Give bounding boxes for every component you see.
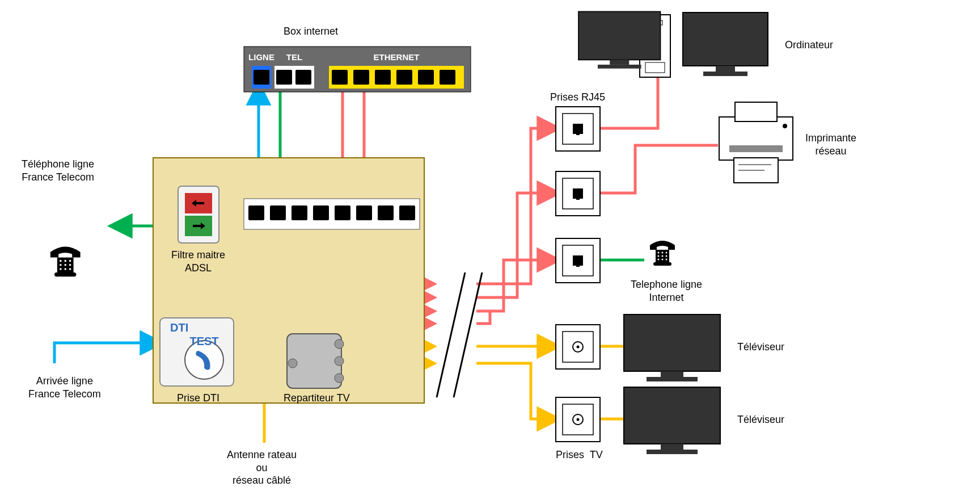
tv-plates <box>556 325 600 442</box>
label-prises-tv: Prises TV <box>556 448 603 462</box>
box-label-tel: TEL <box>286 52 302 62</box>
distribution-panel: DTI TEST <box>153 158 424 403</box>
label-prise-dti: Prise DTI <box>177 392 219 405</box>
repartiteur-tv <box>287 334 344 388</box>
box-label-eth: ETHERNET <box>374 52 420 62</box>
prise-dti: DTI TEST <box>160 318 234 386</box>
svg-rect-51 <box>729 145 783 152</box>
svg-point-34 <box>335 339 344 349</box>
diagram: LIGNE TEL ETHERNET DTI TEST <box>0 0 980 495</box>
svg-point-35 <box>335 356 344 366</box>
label-tv2: Téléviseur <box>737 413 784 426</box>
tv2-icon <box>624 387 720 454</box>
label-filtre: Filtre maitre ADSL <box>171 249 225 274</box>
svg-rect-50 <box>735 102 777 121</box>
svg-point-37 <box>288 359 297 368</box>
label-imprimante: Imprimante réseau <box>805 132 856 157</box>
svg-point-36 <box>335 374 344 383</box>
dti-label: DTI <box>170 321 188 334</box>
svg-line-20 <box>437 272 465 397</box>
svg-point-55 <box>783 124 787 128</box>
label-prises-rj45: Prises RJ45 <box>550 91 605 104</box>
printer-icon <box>719 102 793 183</box>
computer-icon <box>578 11 670 77</box>
svg-point-41 <box>577 418 580 421</box>
svg-line-21 <box>454 272 482 397</box>
monitor-icon <box>683 12 768 76</box>
label-ordinateur: Ordinateur <box>785 39 833 52</box>
svg-rect-47 <box>716 66 735 72</box>
label-box-internet: Box internet <box>284 25 338 38</box>
phone-internet-icon <box>650 241 675 266</box>
dti-test: TEST <box>189 335 218 347</box>
label-arrivee: Arrivée ligne France Telecom <box>28 375 101 400</box>
label-tel-ft: Téléphone ligne France Telecom <box>22 158 94 183</box>
box-label-ligne: LIGNE <box>248 52 274 62</box>
label-tv1: Téléviseur <box>737 341 784 354</box>
label-repartiteur: Repartiteur TV <box>284 392 350 405</box>
box-internet: LIGNE TEL ETHERNET <box>244 47 471 92</box>
svg-point-39 <box>577 346 580 349</box>
label-antenne: Antenne rateau ou réseau câblé <box>227 448 297 487</box>
filtre-adsl <box>178 186 219 243</box>
label-tel-internet: Telephone ligne Internet <box>631 278 702 304</box>
break-mark <box>437 272 482 397</box>
phone-ft-icon <box>50 246 81 276</box>
svg-rect-49 <box>719 117 793 160</box>
svg-rect-46 <box>683 12 768 66</box>
svg-rect-48 <box>703 72 747 76</box>
tv1-icon <box>624 314 720 381</box>
rj45-plates <box>556 107 600 283</box>
